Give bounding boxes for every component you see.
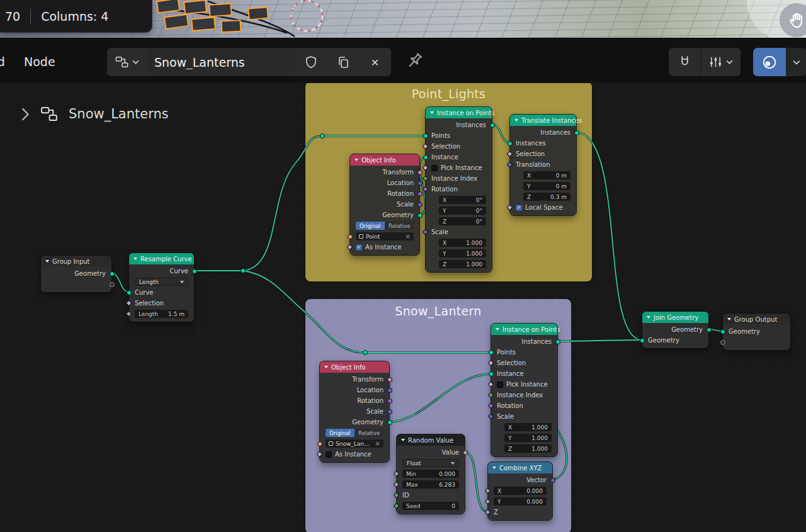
- enum-option[interactable]: Original: [326, 429, 355, 437]
- node-header[interactable]: Combine XYZ: [488, 462, 552, 473]
- geometry-socket[interactable]: [490, 123, 495, 128]
- snap-toggle[interactable]: [669, 48, 700, 76]
- object-socket[interactable]: [348, 234, 353, 239]
- vector-component-field[interactable]: Y0°: [439, 207, 486, 215]
- enum-option[interactable]: Relative: [355, 429, 384, 437]
- overlay-dropdown[interactable]: [786, 48, 806, 76]
- vector-socket[interactable]: [417, 202, 423, 207]
- vector-socket[interactable]: [417, 181, 423, 186]
- node-header[interactable]: Random Value: [397, 434, 465, 446]
- collapse-chevron-icon[interactable]: [514, 119, 518, 122]
- clear-object-icon[interactable]: ×: [375, 440, 380, 447]
- virtual-socket[interactable]: [720, 340, 725, 345]
- viewport-3d[interactable]: 70 Columns: 4: [0, 0, 806, 39]
- vector-component-field[interactable]: Z0.3 m: [523, 193, 570, 201]
- node-group-output[interactable]: Group OutputGeometry: [723, 314, 790, 350]
- browse-tree-button[interactable]: [107, 48, 147, 76]
- geometry-socket[interactable]: [707, 327, 712, 332]
- geometry-socket[interactable]: [423, 155, 428, 160]
- collapse-chevron-icon[interactable]: [492, 467, 496, 469]
- breadcrumb-tree-name[interactable]: Snow_Lanterns: [69, 106, 169, 122]
- vector-socket[interactable]: [550, 478, 555, 483]
- filter-dropdown[interactable]: [700, 48, 741, 76]
- menu-add[interactable]: Add: [0, 40, 5, 83]
- vector-component-field[interactable]: Z1.000: [504, 444, 552, 453]
- node-translate-instances[interactable]: Translate InstancesInstancesInstancesSel…: [510, 115, 576, 215]
- geometry-socket[interactable]: [110, 271, 115, 276]
- geometry-socket[interactable]: [423, 133, 428, 139]
- vector-component-field[interactable]: Z1.000: [439, 260, 486, 268]
- node-object-info-1[interactable]: Object InfoTransformLocationRotationScal…: [350, 154, 419, 255]
- node-header[interactable]: Translate Instances: [510, 115, 576, 126]
- node-header[interactable]: Object Info: [350, 154, 419, 166]
- object-field[interactable]: Snow_Lan...×: [326, 439, 383, 448]
- collapse-chevron-icon[interactable]: [45, 260, 49, 263]
- vector-component-field[interactable]: Y1.000: [504, 434, 552, 442]
- node-header[interactable]: Instance on Points: [426, 107, 492, 118]
- node-random-value[interactable]: Random ValueValueFloatMin0.000Max6.283ID…: [397, 434, 465, 514]
- node-link[interactable]: [465, 452, 488, 512]
- vector-component-field[interactable]: X1.000: [504, 423, 552, 431]
- pin-toggle[interactable]: [404, 51, 424, 74]
- node-object-info-2[interactable]: Object InfoTransformLocationRotationScal…: [320, 361, 389, 462]
- node-join-geometry[interactable]: Join GeometryGeometryGeometry: [642, 312, 708, 348]
- geometry-socket[interactable]: [555, 339, 560, 344]
- matrix-socket[interactable]: [387, 377, 392, 382]
- geometry-socket[interactable]: [489, 350, 494, 355]
- geometry-socket[interactable]: [127, 290, 132, 295]
- node-instance-on-points-1[interactable]: Instance on PointsInstancesPointsSelecti…: [426, 107, 492, 272]
- object-field[interactable]: Point×: [356, 232, 414, 241]
- collapse-chevron-icon[interactable]: [727, 318, 731, 320]
- geometry-socket[interactable]: [387, 420, 392, 425]
- checkbox[interactable]: [431, 165, 438, 171]
- enum-option[interactable]: Relative: [385, 222, 414, 230]
- new-copy-button[interactable]: [327, 48, 359, 76]
- node-header[interactable]: Object Info: [320, 361, 389, 373]
- vector-component-field[interactable]: Y1.000: [439, 249, 486, 258]
- fake-user-button[interactable]: [295, 48, 327, 76]
- node-link[interactable]: [492, 125, 510, 143]
- vector-socket[interactable]: [387, 388, 392, 393]
- node-header[interactable]: Resample Curve: [129, 253, 194, 264]
- reroute-node[interactable]: [321, 134, 325, 139]
- operator-redo-panel[interactable]: 70 Columns: 4: [0, 0, 152, 33]
- checkbox[interactable]: [326, 451, 332, 458]
- node-link[interactable]: [243, 271, 491, 353]
- collapse-chevron-icon[interactable]: [430, 111, 434, 114]
- menu-node[interactable]: Node: [24, 40, 55, 83]
- reroute-node[interactable]: [241, 269, 246, 273]
- geometry-socket[interactable]: [640, 338, 645, 343]
- vector-component-field[interactable]: X0°: [439, 196, 486, 204]
- value-field[interactable]: Seed0: [402, 502, 459, 510]
- collapse-chevron-icon[interactable]: [401, 439, 405, 441]
- object-socket[interactable]: [317, 441, 322, 446]
- unlink-button[interactable]: ×: [359, 48, 391, 76]
- value-field[interactable]: Length1.5 m: [135, 310, 188, 318]
- value-field[interactable]: Min0.000: [402, 470, 459, 478]
- value-field[interactable]: Max6.283: [402, 480, 459, 489]
- checkbox[interactable]: [497, 382, 503, 388]
- node-header[interactable]: Group Output: [723, 314, 790, 325]
- geometry-socket[interactable]: [417, 213, 423, 218]
- node-header[interactable]: Group Input: [41, 256, 111, 267]
- dropdown[interactable]: Length: [135, 278, 188, 286]
- matrix-socket[interactable]: [417, 170, 423, 175]
- vector-component-field[interactable]: Z0°: [439, 217, 486, 225]
- collapse-chevron-icon[interactable]: [355, 159, 358, 161]
- value-field[interactable]: Y0.000: [494, 497, 547, 506]
- checkbox[interactable]: ✓: [516, 205, 522, 211]
- geometry-socket[interactable]: [192, 269, 197, 274]
- float-socket[interactable]: [463, 450, 468, 455]
- tree-name-field[interactable]: [147, 48, 295, 76]
- rotation-socket[interactable]: [387, 399, 392, 404]
- geometry-socket[interactable]: [489, 371, 494, 376]
- virtual-socket[interactable]: [110, 282, 115, 287]
- vector-component-field[interactable]: X1.000: [439, 239, 486, 247]
- node-resample-curve[interactable]: Resample CurveCurveLengthCurveSelectionL…: [129, 253, 194, 322]
- node-group-input[interactable]: Group InputGeometry: [41, 256, 111, 292]
- clear-object-icon[interactable]: ×: [406, 233, 411, 240]
- overlay-toggle[interactable]: [753, 48, 786, 76]
- value-field[interactable]: X0.000: [494, 487, 547, 495]
- geometry-socket[interactable]: [720, 329, 725, 334]
- node-combine-xyz[interactable]: Combine XYZVectorX0.000Y0.000Z: [488, 462, 552, 520]
